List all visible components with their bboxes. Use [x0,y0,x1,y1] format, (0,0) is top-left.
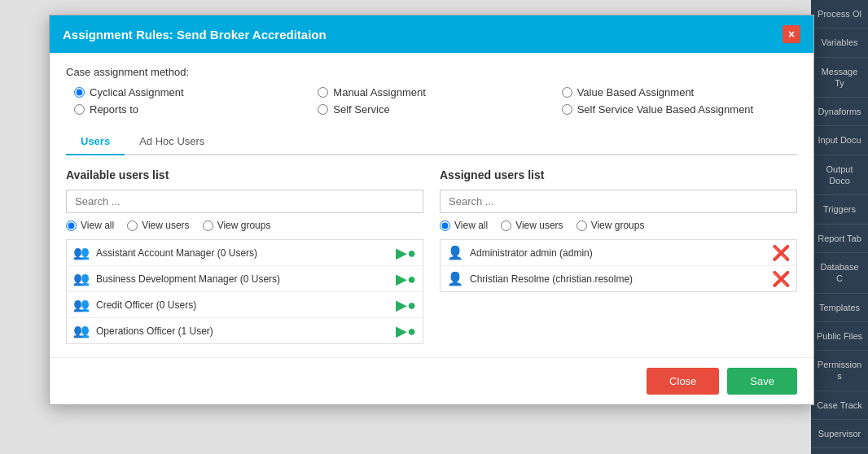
sidebar-item-permissions[interactable]: Permissions [811,351,868,391]
available-filter-row: View all View users View groups [66,220,423,231]
available-user-row-1: 👥 Business Development Manager (0 Users)… [67,266,423,292]
sidebar-item-output-doco[interactable]: Output Doco [811,155,868,196]
group-icon-2: 👥 [73,297,90,312]
available-view-groups-label: View groups [217,220,271,231]
add-user-btn-1[interactable]: ▶● [396,272,416,286]
assigned-user-name-1: Christian Resolme (christian.resolme) [470,273,765,285]
group-icon-1: 👥 [73,271,90,286]
assigned-view-all-label: View all [454,220,488,231]
sidebar-item-triggers[interactable]: Triggers [811,195,868,224]
close-button[interactable]: Close [647,368,719,395]
assigned-view-groups[interactable]: View groups [576,220,645,231]
assigned-user-row-1: 👤 Christian Resolme (christian.resolme) … [441,266,796,291]
assigned-view-groups-label: View groups [591,220,645,231]
available-user-name-3: Operations Officer (1 User) [96,325,389,337]
assigned-panel-title: Assigned users list [440,168,797,181]
available-search-input[interactable] [66,190,423,213]
add-user-btn-2[interactable]: ▶● [396,298,416,312]
sidebar-item-supervisor[interactable]: Supervisor [811,420,868,448]
available-user-name-1: Business Development Manager (0 Users) [96,273,389,285]
assignment-radio-grid: Cyclical Assignment Manual Assignment Va… [66,86,797,116]
sidebar-item-input-docu[interactable]: Input Docu [811,126,868,155]
panels-container: Available users list View all View users… [66,168,797,344]
assignment-method-label: Case assignment method: [66,66,797,78]
assigned-view-users-label: View users [515,220,563,231]
available-user-row-0: 👥 Assistant Account Manager (0 Users) ▶● [67,240,423,266]
available-user-row-2: 👥 Credit Officer (0 Users) ▶● [67,292,423,318]
modal-title: Assignment Rules: Send Broker Accreditai… [63,28,327,41]
radio-value-based-label: Value Based Assignment [577,86,695,98]
sidebar-item-report-tab[interactable]: Report Tab [811,225,868,253]
assigned-user-list: 👤 Administrator admin (admin) ❌ 👤 Christ… [440,239,797,292]
radio-manual-label: Manual Assignment [333,86,425,98]
radio-self-service-vb-label: Self Service Value Based Assignment [577,103,754,116]
assigned-user-name-0: Administrator admin (admin) [470,247,765,259]
radio-cyclical-label: Cyclical Assignment [90,86,184,98]
radio-value-based[interactable]: Value Based Assignment [562,86,797,98]
assigned-filter-row: View all View users View groups [440,220,797,231]
modal-body: Case assignment method: Cyclical Assignm… [50,53,813,357]
modal-footer: Close Save [50,357,813,404]
remove-user-btn-1[interactable]: ❌ [772,272,790,286]
add-user-btn-0[interactable]: ▶● [396,246,416,260]
modal-header: Assignment Rules: Send Broker Accreditai… [50,15,813,53]
available-view-all[interactable]: View all [66,220,114,231]
available-panel-title: Available users list [66,168,423,181]
person-icon-0: 👤 [447,245,463,260]
radio-self-service-vb[interactable]: Self Service Value Based Assignment [562,103,797,116]
radio-self-service-label: Self Service [333,103,389,116]
available-user-row-3: 👥 Operations Officer (1 User) ▶● [67,318,423,343]
radio-cyclical[interactable]: Cyclical Assignment [74,86,309,98]
tab-ad-hoc-users[interactable]: Ad Hoc Users [125,129,219,155]
available-users-panel: Available users list View all View users… [66,168,423,344]
right-sidebar: Process Ol Variables Message Ty Dynaform… [811,0,868,454]
person-icon-1: 👤 [447,271,463,286]
assigned-users-panel: Assigned users list View all View users … [440,168,797,344]
add-user-btn-3[interactable]: ▶● [396,324,416,338]
sidebar-item-case-track[interactable]: Case Track [811,391,868,420]
sidebar-item-database-c[interactable]: Database C [811,253,868,294]
assigned-view-all[interactable]: View all [440,220,488,231]
available-view-groups[interactable]: View groups [203,220,271,231]
tab-users[interactable]: Users [66,129,125,155]
available-user-name-2: Credit Officer (0 Users) [96,299,389,311]
modal-close-x-button[interactable]: × [783,25,800,43]
group-icon-3: 👥 [73,323,90,338]
radio-reports-to-label: Reports to [90,103,138,116]
tabs-container: Users Ad Hoc Users [66,129,797,155]
radio-manual[interactable]: Manual Assignment [318,86,553,98]
assigned-view-users[interactable]: View users [501,220,563,231]
available-user-list: 👥 Assistant Account Manager (0 Users) ▶●… [66,239,423,344]
sidebar-item-templates[interactable]: Templates [811,294,868,322]
available-view-all-label: View all [81,220,114,231]
sidebar-item-dynaforms[interactable]: Dynaforms [811,98,868,126]
remove-user-btn-0[interactable]: ❌ [772,246,790,260]
sidebar-item-variables[interactable]: Variables [811,28,868,57]
save-button[interactable]: Save [727,368,797,395]
sidebar-item-process-ol[interactable]: Process Ol [811,0,868,28]
available-view-users-label: View users [142,220,189,231]
radio-reports-to[interactable]: Reports to [74,103,309,116]
assigned-search-input[interactable] [440,190,797,213]
group-icon-0: 👥 [73,245,90,260]
assignment-rules-modal: Assignment Rules: Send Broker Accreditai… [49,15,814,405]
assigned-user-row-0: 👤 Administrator admin (admin) ❌ [441,240,796,266]
radio-self-service[interactable]: Self Service [318,103,553,116]
available-user-name-0: Assistant Account Manager (0 Users) [96,247,389,259]
available-view-users[interactable]: View users [127,220,189,231]
sidebar-item-message-ty[interactable]: Message Ty [811,58,868,98]
sidebar-item-public-files[interactable]: Public Files [811,322,868,351]
